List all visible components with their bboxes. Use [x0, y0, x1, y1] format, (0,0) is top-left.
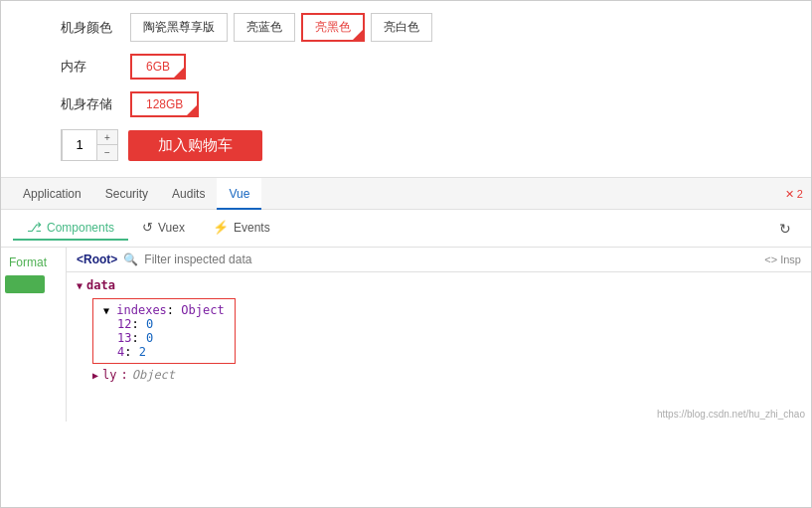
- breadcrumb-bar: <Root> 🔍 <> Insp: [67, 248, 811, 272]
- tab-audits[interactable]: Audits: [160, 178, 217, 210]
- storage-label: 机身存储: [61, 95, 130, 113]
- collapse-triangle[interactable]: ▼: [77, 280, 82, 291]
- color-options: 陶瓷黑尊享版 亮蓝色 亮黑色 亮白色: [130, 13, 432, 42]
- inspector-area: Format <Root> 🔍 <> Insp ▼ data ▼: [1, 248, 811, 422]
- color-btn-3[interactable]: 亮白色: [371, 13, 432, 42]
- data-tree: ▼ data ▼ indexes: Object 12: 0 13:: [67, 272, 811, 388]
- inspector-main: <Root> 🔍 <> Insp ▼ data ▼ indexes: Objec…: [67, 248, 811, 422]
- vue-tab-events[interactable]: ⚡ Events: [199, 216, 284, 241]
- color-btn-1[interactable]: 亮蓝色: [234, 13, 295, 42]
- indexes-key: indexes: [116, 303, 167, 317]
- vue-tab-vuex[interactable]: ↺ Vuex: [128, 216, 199, 241]
- index-key-1: 13: [117, 331, 131, 345]
- devtools-panel: Application Security Audits Vue ✕ 2 ⎇ Co…: [1, 178, 811, 422]
- tab-vue[interactable]: Vue: [217, 178, 261, 210]
- filter-input[interactable]: [144, 253, 758, 266]
- events-icon: ⚡: [213, 220, 229, 235]
- format-sidebar: Format: [1, 248, 67, 422]
- data-section-header: ▼ data: [77, 278, 801, 292]
- format-green-bar: [5, 275, 45, 293]
- memory-btn-0[interactable]: 6GB: [130, 54, 186, 80]
- ly-triangle[interactable]: ▶: [92, 370, 98, 381]
- refresh-button[interactable]: ↻: [771, 217, 799, 241]
- color-label: 机身颜色: [61, 19, 130, 37]
- memory-option-row: 内存 6GB: [61, 54, 751, 80]
- tab-security[interactable]: Security: [93, 178, 160, 210]
- devtools-tab-bar: Application Security Audits Vue ✕ 2: [1, 178, 811, 210]
- index-value-0: 0: [146, 317, 153, 331]
- index-key-0: 12: [117, 317, 131, 331]
- quantity-row: 1 + − 加入购物车: [61, 129, 751, 161]
- index-value-2: 2: [139, 345, 146, 359]
- indexes-header-row: ▼ indexes: Object: [103, 303, 225, 317]
- storage-btn-0[interactable]: 128GB: [130, 91, 199, 117]
- storage-option-row: 机身存储 128GB: [61, 91, 751, 117]
- indexes-block: ▼ indexes: Object 12: 0 13: 0 4: 2: [92, 298, 236, 364]
- ly-type: Object: [132, 368, 175, 382]
- tab-close-badge[interactable]: ✕ 2: [785, 187, 803, 200]
- qty-minus-btn[interactable]: −: [97, 145, 117, 160]
- ly-item: ▶ ly: Object: [77, 368, 801, 382]
- search-icon: 🔍: [123, 253, 138, 266]
- vue-toolbar: ⎇ Components ↺ Vuex ⚡ Events ↻: [1, 210, 811, 248]
- inspect-button[interactable]: <> Insp: [764, 254, 801, 265]
- memory-label: 内存: [61, 58, 130, 76]
- tab-application[interactable]: Application: [11, 178, 93, 210]
- vue-tab-components-label: Components: [47, 221, 114, 235]
- format-label: Format: [5, 255, 51, 269]
- quantity-display: 1: [62, 130, 97, 160]
- product-area: 机身颜色 陶瓷黑尊享版 亮蓝色 亮黑色 亮白色 内存 6GB 机身存储 128G…: [1, 1, 811, 178]
- indexes-triangle[interactable]: ▼: [103, 305, 109, 316]
- vue-tab-events-label: Events: [234, 221, 270, 235]
- quantity-control: 1 + −: [61, 129, 118, 161]
- vue-tab-components[interactable]: ⎇ Components: [13, 216, 128, 241]
- ly-key: ly: [102, 368, 116, 382]
- root-tag[interactable]: <Root>: [77, 253, 117, 266]
- add-to-cart-button[interactable]: 加入购物车: [128, 130, 262, 161]
- color-btn-2[interactable]: 亮黑色: [301, 13, 365, 42]
- color-btn-0[interactable]: 陶瓷黑尊享版: [130, 13, 228, 42]
- components-icon: ⎇: [27, 220, 42, 235]
- index-entry-0: 12: 0: [103, 317, 225, 331]
- indexes-type: Object: [181, 303, 224, 317]
- index-entry-1: 13: 0: [103, 331, 225, 345]
- data-label: data: [86, 278, 115, 292]
- vue-tab-vuex-label: Vuex: [158, 221, 185, 235]
- color-option-row: 机身颜色 陶瓷黑尊享版 亮蓝色 亮黑色 亮白色: [61, 13, 751, 42]
- url-watermark: https://blog.csdn.net/hu_zhi_chao: [657, 409, 805, 420]
- index-key-2: 4: [117, 345, 124, 359]
- qty-buttons: + −: [97, 130, 117, 160]
- vuex-icon: ↺: [142, 220, 153, 235]
- index-value-1: 0: [146, 331, 153, 345]
- qty-plus-btn[interactable]: +: [97, 130, 117, 145]
- index-entry-2: 4: 2: [103, 345, 225, 359]
